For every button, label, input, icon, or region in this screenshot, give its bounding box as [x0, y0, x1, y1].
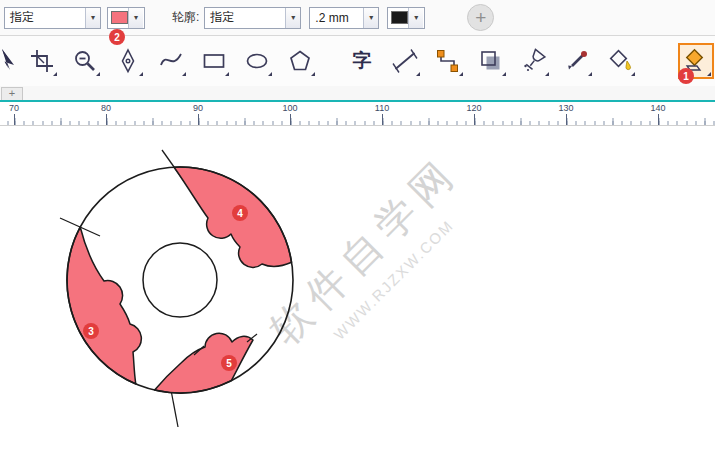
curve-icon — [158, 48, 184, 74]
text-tool-button[interactable]: 字 — [346, 45, 378, 77]
add-button[interactable]: + — [467, 4, 494, 31]
annotation-badge-4: 4 — [232, 205, 248, 221]
connector-tool-button[interactable] — [432, 45, 464, 77]
ruler-major-tick — [198, 114, 199, 125]
plus-icon: + — [475, 8, 486, 27]
paint-bucket-icon — [607, 48, 633, 74]
drawing-objects — [0, 126, 715, 470]
outline-width-dropdown[interactable]: .2 mm ▾ — [309, 7, 379, 29]
outline-type-value: 指定 — [205, 9, 285, 26]
drawing-canvas[interactable]: 软件自学网 WWW.RJZXW.COM — [0, 126, 715, 470]
ellipse-tool-button[interactable] — [241, 45, 273, 77]
fill-color-swatch[interactable] — [111, 11, 128, 24]
zoom-tool-button[interactable] — [69, 45, 101, 77]
ruler-major-tick — [566, 114, 567, 125]
add-tab-button[interactable]: + — [1, 87, 23, 100]
transparency-glass-icon — [521, 48, 547, 74]
ruler-tick-label: 120 — [466, 103, 481, 113]
outline-type-dropdown[interactable]: 指定 ▾ — [204, 7, 301, 29]
interactive-fill-tool-button[interactable] — [604, 45, 636, 77]
outline-width-value: .2 mm — [310, 11, 363, 25]
ruler-tick-label: 130 — [558, 103, 573, 113]
chevron-down-icon[interactable]: ▾ — [408, 8, 423, 28]
ruler-tick-label: 110 — [375, 103, 389, 113]
inner-circle[interactable] — [143, 243, 217, 317]
annotation-badge-3: 3 — [83, 323, 99, 339]
zoom-out-icon — [72, 48, 98, 74]
ruler-major-tick — [106, 114, 107, 125]
eyedropper-tool-button[interactable] — [561, 45, 593, 77]
connector-icon — [435, 48, 461, 74]
pick-icon — [0, 48, 14, 74]
ruler-tick-label: 90 — [193, 103, 203, 113]
freehand-curve-tool-button[interactable] — [155, 45, 187, 77]
pen-icon — [115, 48, 141, 74]
annotation-badge-1: 1 — [678, 68, 694, 84]
chevron-down-icon[interactable]: ▾ — [85, 8, 100, 28]
chevron-down-icon[interactable]: ▾ — [128, 8, 143, 28]
pick-tool-button[interactable] — [0, 45, 15, 77]
crop-tool-button[interactable] — [26, 45, 58, 77]
toolbox: 字 — [0, 36, 715, 86]
polygon-icon — [287, 48, 313, 74]
rectangle-tool-button[interactable] — [198, 45, 230, 77]
outline-color-picker[interactable]: ▾ — [387, 7, 425, 29]
chevron-down-icon[interactable]: ▾ — [285, 8, 300, 28]
cut-line-bottom[interactable] — [171, 390, 178, 427]
fill-type-dropdown[interactable]: 指定 ▾ — [4, 7, 101, 29]
ruler-tick-label: 80 — [101, 103, 111, 113]
ruler-major-tick — [290, 114, 291, 125]
polygon-tool-button[interactable] — [284, 45, 316, 77]
ruler-tick-label: 140 — [650, 103, 665, 113]
dimension-tool-button[interactable] — [389, 45, 421, 77]
chevron-down-icon[interactable]: ▾ — [363, 8, 378, 28]
text-tool-icon: 字 — [353, 48, 372, 74]
fill-color-picker[interactable]: ▾ — [107, 7, 145, 29]
outline-color-swatch[interactable] — [391, 11, 408, 24]
app-window: 指定 ▾ ▾ 轮廓: 指定 ▾ .2 mm ▾ ▾ + — [0, 0, 715, 470]
drop-shadow-icon — [478, 48, 504, 74]
ellipse-icon — [244, 48, 270, 74]
drop-shadow-tool-button[interactable] — [475, 45, 507, 77]
annotation-badge-5: 5 — [221, 355, 237, 371]
filled-shape-left[interactable] — [67, 227, 141, 384]
fill-type-value: 指定 — [5, 9, 85, 26]
ruler-major-tick — [14, 114, 15, 125]
rectangle-icon — [201, 48, 227, 74]
ruler-major-tick — [474, 114, 475, 125]
property-bar: 指定 ▾ ▾ 轮廓: 指定 ▾ .2 mm ▾ ▾ + — [0, 0, 715, 36]
ruler-major-tick — [658, 114, 659, 125]
transparency-tool-button[interactable] — [518, 45, 550, 77]
pen-tool-button[interactable] — [112, 45, 144, 77]
ruler-tick-label: 100 — [282, 103, 297, 113]
outline-label: 轮廓: — [172, 9, 199, 26]
tab-strip: + — [0, 86, 715, 102]
ruler-tick-label: 70 — [9, 103, 19, 113]
ruler-major-tick — [382, 114, 383, 125]
filled-shape-bottom[interactable] — [155, 333, 253, 393]
horizontal-ruler[interactable]: 70 80 90 100 110 120 130 140 — [0, 102, 715, 126]
annotation-badge-2: 2 — [109, 29, 125, 45]
dimension-icon — [392, 48, 418, 74]
eyedropper-icon — [564, 48, 590, 74]
crop-icon — [29, 48, 55, 74]
